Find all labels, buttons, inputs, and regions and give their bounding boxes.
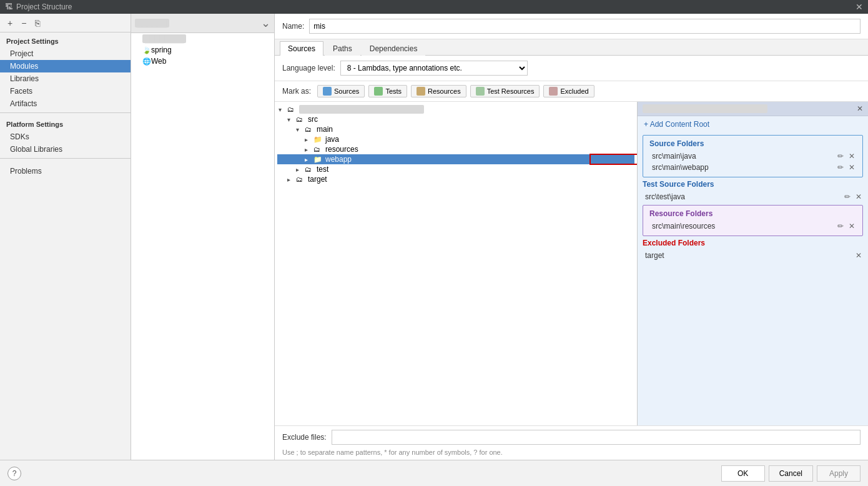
resource-folders-label: Resource Folders	[649, 209, 856, 218]
file-tree-test[interactable]: test	[277, 164, 634, 174]
excluded-icon	[549, 87, 558, 96]
sidebar-item-problems[interactable]: Problems	[0, 165, 131, 177]
root-path-blurred	[299, 105, 424, 114]
sidebar-item-project[interactable]: Project	[0, 47, 131, 60]
resource-folders-section: Resource Folders src\main\resources ✏ ✕	[643, 205, 863, 236]
src-arrow	[287, 116, 296, 123]
cancel-button[interactable]: Cancel	[769, 465, 813, 482]
mark-as-row: Mark as: Sources Tests Resources Test Re…	[275, 81, 868, 102]
resources-icon	[417, 87, 425, 96]
mark-excluded-button[interactable]: Excluded	[543, 85, 594, 97]
file-tree-webapp[interactable]: webapp	[277, 154, 634, 164]
name-input[interactable]	[309, 19, 861, 34]
sidebar-item-artifacts[interactable]: Artifacts	[0, 97, 131, 110]
sidebar-divider-2	[0, 158, 131, 159]
module-tree-panel: ██████ ⌄ ████████ spring Web	[131, 14, 275, 460]
file-tree-main[interactable]: main	[277, 124, 634, 134]
module-node-spring[interactable]: spring	[131, 44, 274, 56]
tree-header: ██████ ⌄	[131, 14, 274, 33]
sidebar-item-modules[interactable]: Modules	[0, 60, 131, 72]
tab-paths[interactable]: Paths	[325, 41, 360, 56]
app-icon: 🏗	[5, 2, 12, 11]
sources-icon	[323, 87, 332, 96]
file-tree-area: src main java	[275, 102, 637, 425]
source-folders-section: Source Folders src\main\java ✏ ✕ src\mai…	[643, 135, 863, 177]
sidebar: + − ⎘ Project Settings Project Modules L…	[0, 14, 131, 460]
info-panel-module-bar: ✕	[638, 102, 868, 116]
delete-excluded-0-button[interactable]: ✕	[854, 250, 863, 260]
delete-test-source-0-button[interactable]: ✕	[854, 192, 863, 202]
sidebar-item-facets[interactable]: Facets	[0, 85, 131, 97]
remove-module-button[interactable]: −	[19, 17, 29, 29]
module-node-blurred[interactable]: ████████	[131, 33, 274, 44]
resource-folders-content: Resource Folders src\main\resources ✏ ✕	[643, 206, 862, 236]
edit-resource-0-button[interactable]: ✏	[836, 221, 845, 231]
title-text: Project Structure	[16, 2, 856, 11]
tab-sources[interactable]: Sources	[280, 41, 323, 56]
file-tree-resources[interactable]: resources	[277, 144, 634, 154]
resource-folder-row-0: src\main\resources ✏ ✕	[649, 221, 856, 232]
info-panel: ✕ + Add Content Root Source Folders src\…	[637, 102, 868, 425]
source-folders-label: Source Folders	[649, 139, 856, 148]
help-button[interactable]: ?	[7, 467, 21, 480]
copy-module-button[interactable]: ⎘	[32, 17, 42, 29]
exclude-files-label: Exclude files:	[282, 433, 327, 442]
mark-resources-button[interactable]: Resources	[411, 85, 466, 97]
sidebar-item-global-libraries[interactable]: Global Libraries	[0, 143, 131, 156]
excluded-folder-row-0: target ✕	[643, 250, 863, 261]
resources-arrow	[305, 146, 313, 153]
add-content-root-row: + Add Content Root	[638, 116, 868, 132]
mark-sources-button[interactable]: Sources	[317, 85, 365, 97]
delete-resource-0-button[interactable]: ✕	[847, 221, 856, 231]
sidebar-item-libraries[interactable]: Libraries	[0, 72, 131, 85]
language-level-select[interactable]: 8 - Lambdas, type annotations etc.	[340, 61, 528, 76]
file-tree-java[interactable]: java	[277, 134, 634, 144]
tab-dependencies[interactable]: Dependencies	[362, 41, 426, 56]
module-node-web[interactable]: Web	[131, 56, 274, 67]
source-folders-content: Source Folders src\main\java ✏ ✕ src\mai…	[643, 136, 862, 177]
test-resources-icon	[476, 87, 485, 96]
exclude-files-row: Exclude files:	[275, 425, 868, 449]
file-tree-src[interactable]: src	[277, 114, 634, 124]
file-tree-target[interactable]: target	[277, 174, 634, 184]
module-tree-content: ████████ spring Web	[131, 33, 274, 460]
mark-test-resources-button[interactable]: Test Resources	[470, 85, 540, 97]
mark-tests-button[interactable]: Tests	[368, 85, 407, 97]
close-button[interactable]: ✕	[856, 2, 863, 12]
java-arrow	[305, 136, 313, 143]
bottom-buttons: OK Cancel Apply	[721, 465, 861, 482]
sidebar-toolbar: + − ⎘	[0, 14, 131, 32]
exclude-files-input[interactable]	[332, 430, 861, 445]
edit-source-0-button[interactable]: ✏	[836, 151, 845, 161]
webapp-folder-icon	[313, 156, 323, 163]
spring-icon	[142, 46, 151, 54]
main-arrow	[296, 126, 305, 133]
add-content-root-button[interactable]: + Add Content Root	[644, 120, 709, 129]
project-settings-label: Project Settings	[0, 32, 131, 47]
collapse-button[interactable]: ⌄	[261, 16, 270, 30]
delete-source-0-button[interactable]: ✕	[847, 151, 856, 161]
delete-source-1-button[interactable]: ✕	[847, 162, 856, 172]
test-arrow	[296, 166, 305, 173]
resources-folder-icon	[313, 146, 323, 153]
mark-as-label: Mark as:	[282, 87, 311, 96]
java-folder-icon	[313, 136, 323, 143]
source-folder-row-0: src\main\java ✏ ✕	[649, 151, 856, 162]
edit-test-source-0-button[interactable]: ✏	[843, 192, 852, 202]
apply-button[interactable]: Apply	[817, 465, 861, 482]
exclude-files-hint: Use ; to separate name patterns, * for a…	[275, 449, 868, 460]
platform-settings-label: Platform Settings	[0, 116, 131, 131]
ok-button[interactable]: OK	[721, 465, 765, 482]
tests-icon	[374, 87, 383, 96]
tabs-row: Sources Paths Dependencies	[275, 39, 868, 56]
sidebar-item-sdks[interactable]: SDKs	[0, 131, 131, 143]
target-folder-icon	[296, 176, 306, 183]
info-panel-close-button[interactable]: ✕	[857, 104, 863, 113]
main-folder-icon	[305, 126, 315, 133]
file-tree-root[interactable]	[277, 104, 634, 114]
src-folder-icon	[296, 116, 306, 123]
edit-source-1-button[interactable]: ✏	[836, 162, 845, 172]
webapp-red-box	[589, 154, 637, 165]
add-module-button[interactable]: +	[5, 17, 15, 29]
test-folder-icon	[305, 166, 315, 173]
